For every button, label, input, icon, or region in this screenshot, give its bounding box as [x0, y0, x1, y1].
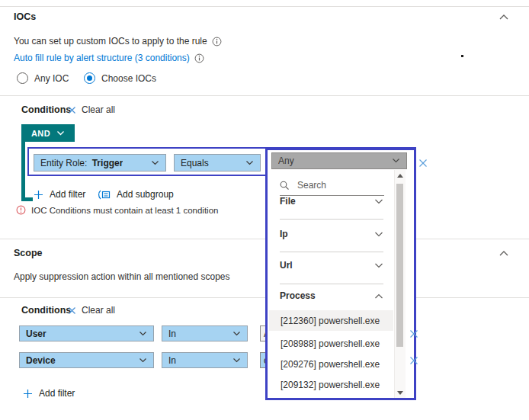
- autofill-rule-link[interactable]: Auto fill rule by alert structure (3 con…: [14, 53, 190, 63]
- chevron-down-icon: [151, 160, 159, 166]
- ioc-add-filter-button[interactable]: Add filter: [34, 189, 85, 200]
- add-subgroup-label: Add subgroup: [117, 189, 174, 200]
- entity-role-value: Trigger: [92, 158, 123, 168]
- ioc-conditions-label: Conditions: [21, 104, 71, 115]
- add-filter-label: Add filter: [39, 388, 75, 399]
- info-icon[interactable]: [212, 37, 222, 46]
- process-option[interactable]: [208988] powershell.exe: [269, 333, 393, 354]
- device-field-label: Device: [26, 355, 56, 366]
- chevron-down-icon: [139, 357, 147, 364]
- scope-conditions-label: Conditions: [21, 305, 71, 316]
- process-option[interactable]: [209132] powershell.exe: [269, 374, 393, 395]
- divider: [280, 219, 383, 220]
- group-header-ip[interactable]: Ip: [280, 229, 383, 239]
- and-label: AND: [31, 129, 50, 138]
- user-field-dropdown[interactable]: User: [19, 325, 154, 341]
- remove-condition-button[interactable]: [418, 158, 428, 168]
- user-operator-value: In: [168, 329, 176, 339]
- device-operator-dropdown[interactable]: In: [162, 352, 248, 368]
- remove-user-condition-button[interactable]: [409, 329, 419, 339]
- info-icon[interactable]: [194, 53, 204, 63]
- iocs-collapse-chevron-up-icon[interactable]: [499, 14, 509, 21]
- search-icon: [280, 181, 290, 191]
- value-dropdown[interactable]: Any: [271, 152, 407, 169]
- scroll-up-button[interactable]: [395, 170, 406, 181]
- value-dropdown-panel: Any File Ip Url Process: [265, 148, 416, 400]
- chevron-down-icon: [232, 331, 241, 337]
- radio-any-ioc[interactable]: [17, 72, 28, 84]
- divider: [0, 297, 529, 298]
- clear-all-label: Clear all: [82, 305, 115, 316]
- clear-icon: [67, 306, 77, 316]
- scope-clear-all-button[interactable]: Clear all: [67, 305, 115, 316]
- divider: [280, 252, 383, 252]
- panel-scrollbar[interactable]: [394, 170, 406, 398]
- validation-message: IOC Conditions must contain at least 1 c…: [16, 205, 218, 215]
- add-subgroup-icon: [97, 190, 111, 200]
- plus-icon: [34, 190, 43, 200]
- scroll-down-button[interactable]: [395, 387, 406, 398]
- scrollbar-track[interactable]: [395, 181, 406, 387]
- iocs-description: You can set up custom IOCs to apply to t…: [14, 36, 207, 46]
- chevron-down-icon: [245, 160, 254, 166]
- chevron-up-icon: [374, 293, 383, 300]
- chevron-down-icon: [232, 357, 241, 364]
- divider: [0, 239, 529, 239]
- scope-add-filter-button[interactable]: Add filter: [23, 388, 75, 399]
- device-field-dropdown[interactable]: Device: [19, 352, 154, 368]
- divider: [0, 95, 529, 96]
- divider: [280, 284, 383, 284]
- scope-description: Apply suppression action within all ment…: [14, 271, 230, 282]
- option-label: [209276] powershell.exe: [281, 359, 380, 370]
- scrollbar-thumb[interactable]: [396, 184, 403, 347]
- operator-value: Equals: [181, 158, 209, 168]
- entity-role-prefix: Entity Role:: [40, 158, 87, 168]
- group-url-label: Url: [280, 260, 293, 271]
- search-input[interactable]: [296, 179, 375, 191]
- operator-dropdown[interactable]: Equals: [174, 154, 261, 172]
- validation-text: IOC Conditions must contain at least 1 c…: [31, 206, 218, 215]
- chevron-down-icon: [139, 331, 147, 337]
- add-filter-label: Add filter: [50, 189, 85, 200]
- option-label: [209132] powershell.exe: [281, 380, 380, 390]
- chevron-down-icon: [374, 231, 383, 238]
- and-operator-dropdown[interactable]: AND: [21, 124, 75, 142]
- radio-any-ioc-label[interactable]: Any IOC: [34, 73, 69, 84]
- iocs-section-title: IOCs: [14, 11, 36, 22]
- clear-icon: [67, 105, 77, 115]
- chevron-down-icon: [374, 198, 383, 205]
- clear-all-label: Clear all: [82, 104, 115, 115]
- group-bracket: [21, 142, 25, 201]
- remove-device-condition-button[interactable]: [409, 355, 419, 366]
- group-ip-label: Ip: [280, 229, 288, 239]
- error-info-icon: [16, 205, 26, 215]
- scope-collapse-chevron-up-icon[interactable]: [499, 250, 509, 258]
- user-field-label: User: [26, 329, 46, 339]
- scope-section-title: Scope: [14, 248, 43, 258]
- group-bracket-foot: [21, 197, 33, 201]
- group-header-url[interactable]: Url: [280, 260, 383, 271]
- add-subgroup-button[interactable]: Add subgroup: [97, 189, 174, 200]
- device-operator-value: In: [168, 355, 176, 366]
- plus-icon: [23, 389, 33, 399]
- search-field[interactable]: [280, 179, 384, 196]
- ioc-clear-all-button[interactable]: Clear all: [67, 104, 115, 115]
- process-option[interactable]: [212360] powershell.exe: [269, 310, 393, 331]
- radio-choose-iocs[interactable]: [84, 72, 95, 84]
- stray-dot: [461, 55, 463, 57]
- group-header-process[interactable]: Process: [280, 290, 383, 301]
- option-label: [208988] powershell.exe: [281, 338, 380, 349]
- group-process-label: Process: [280, 290, 316, 301]
- entity-role-dropdown[interactable]: Entity Role: Trigger: [34, 154, 166, 172]
- group-file-label: File: [280, 196, 296, 207]
- chevron-down-icon: [56, 130, 65, 136]
- chevron-down-icon: [392, 158, 400, 164]
- radio-choose-iocs-label[interactable]: Choose IOCs: [101, 73, 156, 84]
- value-dropdown-selected: Any: [278, 155, 294, 166]
- group-header-file[interactable]: File: [280, 196, 383, 207]
- suppression-rule-panel: IOCs You can set up custom IOCs to apply…: [0, 0, 529, 420]
- divider: [0, 6, 529, 7]
- user-operator-dropdown[interactable]: In: [162, 325, 248, 341]
- option-label: [212360] powershell.exe: [281, 316, 380, 326]
- process-option[interactable]: [209276] powershell.exe: [269, 354, 393, 374]
